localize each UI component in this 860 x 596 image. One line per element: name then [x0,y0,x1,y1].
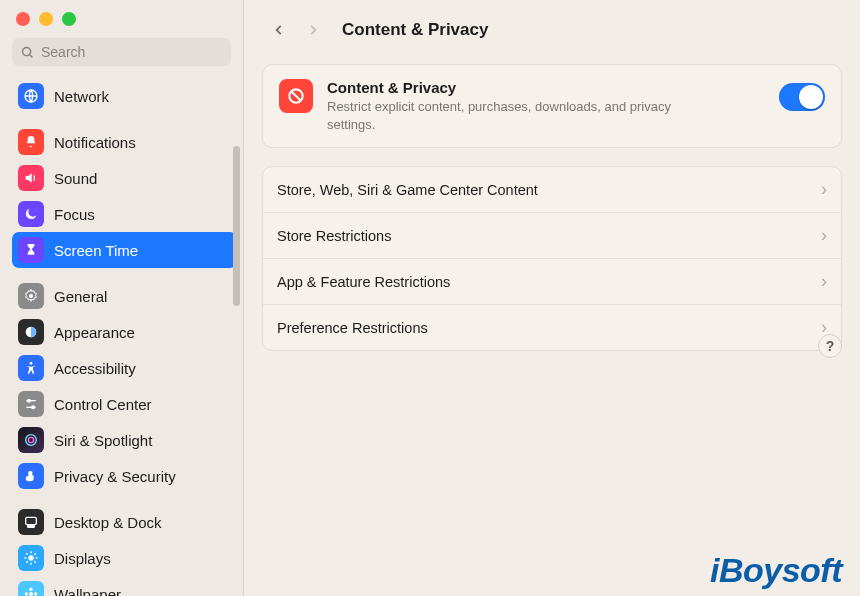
zoom-window-button[interactable] [62,12,76,26]
back-button[interactable] [268,19,290,41]
sidebar-item-label: Accessibility [54,360,136,377]
sidebar-list: Network Notifications Sound [0,74,243,596]
appearance-icon [18,319,44,345]
main-pane: Content & Privacy Content & Privacy Rest… [244,0,860,596]
svg-point-24 [29,588,32,591]
svg-rect-12 [26,517,37,524]
svg-line-1 [30,54,33,57]
svg-line-21 [26,561,27,562]
sidebar-item-label: Sound [54,170,97,187]
hand-icon [18,463,44,489]
globe-icon [18,83,44,109]
sidebar-item-appearance[interactable]: Appearance [12,314,237,350]
svg-line-29 [291,91,300,100]
siri-icon [18,427,44,453]
sidebar-item-focus[interactable]: Focus [12,196,237,232]
sidebar-item-label: Desktop & Dock [54,514,162,531]
row-label: App & Feature Restrictions [277,274,450,290]
moon-icon [18,201,44,227]
sidebar-item-label: Appearance [54,324,135,341]
svg-point-23 [29,592,33,596]
sidebar-item-label: Siri & Spotlight [54,432,152,449]
sidebar-item-label: Notifications [54,134,136,151]
minimize-window-button[interactable] [39,12,53,26]
chevron-right-icon: › [821,225,827,246]
sidebar-item-displays[interactable]: Displays [12,540,237,576]
sidebar-item-control-center[interactable]: Control Center [12,386,237,422]
sidebar-item-accessibility[interactable]: Accessibility [12,350,237,386]
sidebar-item-label: Screen Time [54,242,138,259]
sidebar-item-screen-time[interactable]: Screen Time [12,232,237,268]
svg-point-27 [34,592,37,595]
sidebar: Network Notifications Sound [0,0,244,596]
content-privacy-toggle[interactable] [779,83,825,111]
sidebar-item-label: Focus [54,206,95,223]
watermark: iBoysoft [710,551,842,590]
svg-point-14 [28,555,33,560]
svg-line-20 [34,561,35,562]
svg-point-26 [25,592,28,595]
sidebar-item-label: Wallpaper [54,586,121,597]
speaker-icon [18,165,44,191]
svg-point-7 [28,399,31,402]
row-label: Preference Restrictions [277,320,428,336]
sidebar-item-notifications[interactable]: Notifications [12,124,237,160]
row-store-restrictions[interactable]: Store Restrictions › [263,213,841,259]
sidebar-scrollbar[interactable] [233,146,240,306]
dock-icon [18,509,44,535]
svg-point-10 [26,435,37,446]
svg-point-0 [23,47,31,55]
svg-point-5 [30,362,33,365]
flower-icon [18,581,44,596]
svg-rect-13 [28,525,35,527]
sidebar-item-general[interactable]: General [12,278,237,314]
svg-point-9 [32,406,35,409]
chevron-right-icon: › [821,179,827,200]
accessibility-icon [18,355,44,381]
chevron-right-icon: › [821,271,827,292]
content-privacy-card: Content & Privacy Restrict explicit cont… [262,64,842,148]
sidebar-item-label: Control Center [54,396,152,413]
window-controls [0,0,243,34]
row-preference-restrictions[interactable]: Preference Restrictions › [263,305,841,350]
svg-line-22 [34,553,35,554]
sidebar-item-label: Privacy & Security [54,468,176,485]
row-label: Store, Web, Siri & Game Center Content [277,182,538,198]
search-field[interactable] [12,38,231,66]
row-store-web-siri-game-center[interactable]: Store, Web, Siri & Game Center Content › [263,167,841,213]
sidebar-item-wallpaper[interactable]: Wallpaper [12,576,237,596]
card-description: Restrict explicit content, purchases, do… [327,98,707,133]
svg-point-11 [28,437,33,442]
sun-icon [18,545,44,571]
help-button[interactable]: ? [818,334,842,358]
sidebar-item-privacy-security[interactable]: Privacy & Security [12,458,237,494]
hourglass-icon [18,237,44,263]
sidebar-item-sound[interactable]: Sound [12,160,237,196]
sliders-icon [18,391,44,417]
help-label: ? [826,338,835,354]
sidebar-item-network[interactable]: Network [12,78,237,114]
sidebar-item-siri-spotlight[interactable]: Siri & Spotlight [12,422,237,458]
card-title: Content & Privacy [327,79,779,96]
page-title: Content & Privacy [342,20,488,40]
no-sign-icon [279,79,313,113]
row-label: Store Restrictions [277,228,391,244]
search-input[interactable] [35,43,223,61]
svg-point-3 [29,294,33,298]
search-icon [20,45,35,60]
svg-line-19 [26,553,27,554]
row-app-feature-restrictions[interactable]: App & Feature Restrictions › [263,259,841,305]
sidebar-item-label: Network [54,88,109,105]
close-window-button[interactable] [16,12,30,26]
sidebar-item-desktop-dock[interactable]: Desktop & Dock [12,504,237,540]
restrictions-group: Store, Web, Siri & Game Center Content ›… [262,166,842,351]
bell-icon [18,129,44,155]
nav-header: Content & Privacy [262,10,842,50]
forward-button[interactable] [302,19,324,41]
settings-window: Network Notifications Sound [0,0,860,596]
sidebar-item-label: General [54,288,107,305]
sidebar-item-label: Displays [54,550,111,567]
gear-icon [18,283,44,309]
